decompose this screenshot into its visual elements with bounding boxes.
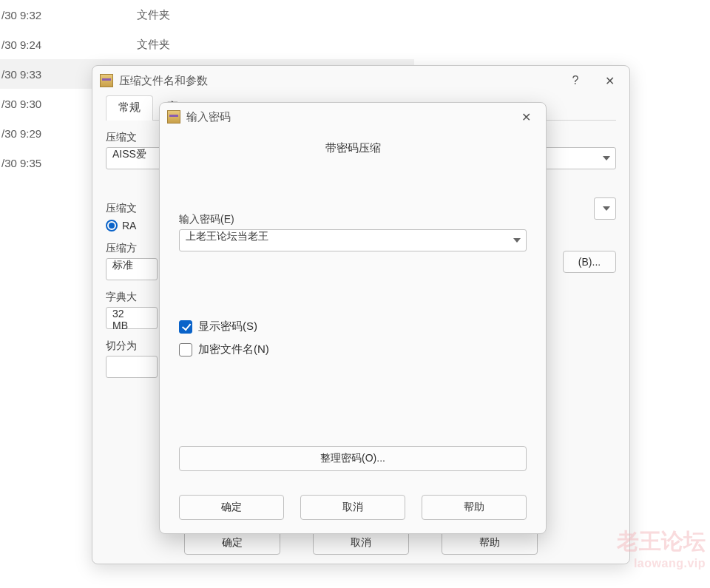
- cancel-button[interactable]: 取消: [300, 495, 405, 520]
- archive-dialog-title: 压缩文件名和参数: [119, 74, 208, 88]
- file-time: /30 9:24: [0, 38, 129, 51]
- list-item[interactable]: /30 9:24 文件夹: [0, 30, 414, 59]
- ok-button[interactable]: 确定: [184, 531, 280, 555]
- file-time: /30 9:32: [0, 9, 129, 21]
- file-type: 文件夹: [129, 38, 170, 52]
- watermark-url: laowang.vip: [617, 557, 706, 570]
- dictionary-size-combo[interactable]: 32 MB: [106, 307, 158, 329]
- help-icon[interactable]: ?: [558, 69, 592, 92]
- archive-dialog-titlebar[interactable]: 压缩文件名和参数 ? ✕: [92, 66, 629, 95]
- password-dialog-subtitle: 带密码压缩: [179, 141, 527, 155]
- split-size-combo[interactable]: [106, 356, 158, 378]
- radio-selected-icon: [106, 220, 118, 232]
- file-type: 文件夹: [129, 8, 170, 22]
- organize-passwords-button[interactable]: 整理密码(O)...: [179, 446, 527, 471]
- password-dialog-title: 输入密码: [186, 110, 231, 124]
- password-dialog: 输入密码 ✕ 带密码压缩 输入密码(E) 上老王论坛当老王 显示密码(S) 加密…: [159, 102, 547, 534]
- encrypt-names-label: 加密文件名(N): [198, 342, 269, 356]
- watermark-text: 老王论坛: [617, 527, 706, 557]
- close-icon[interactable]: ✕: [509, 105, 543, 129]
- checkbox-checked-icon: [179, 320, 192, 334]
- help-button[interactable]: 帮助: [422, 495, 527, 520]
- show-password-label: 显示密码(S): [198, 320, 257, 334]
- winrar-icon: [100, 74, 113, 87]
- encrypt-names-checkbox[interactable]: 加密文件名(N): [179, 342, 527, 356]
- compression-method-combo[interactable]: 标准: [106, 258, 158, 280]
- checkbox-unchecked-icon: [179, 343, 192, 356]
- enter-password-label: 输入密码(E): [179, 213, 527, 226]
- browse-button[interactable]: (B)...: [563, 251, 616, 273]
- archive-modify-combo[interactable]: [594, 197, 616, 220]
- help-button[interactable]: 帮助: [442, 531, 538, 555]
- tab-general[interactable]: 常规: [106, 95, 153, 121]
- watermark: 老王论坛 laowang.vip: [617, 527, 706, 570]
- winrar-icon: [167, 110, 180, 124]
- password-dialog-titlebar[interactable]: 输入密码 ✕: [160, 103, 546, 131]
- cancel-button[interactable]: 取消: [313, 531, 409, 555]
- format-radio-label: RA: [122, 220, 136, 232]
- ok-button[interactable]: 确定: [179, 495, 284, 520]
- close-icon[interactable]: ✕: [592, 69, 626, 92]
- list-item[interactable]: /30 9:32 文件夹: [0, 0, 414, 30]
- show-password-checkbox[interactable]: 显示密码(S): [179, 320, 527, 334]
- password-input[interactable]: 上老王论坛当老王: [179, 229, 527, 251]
